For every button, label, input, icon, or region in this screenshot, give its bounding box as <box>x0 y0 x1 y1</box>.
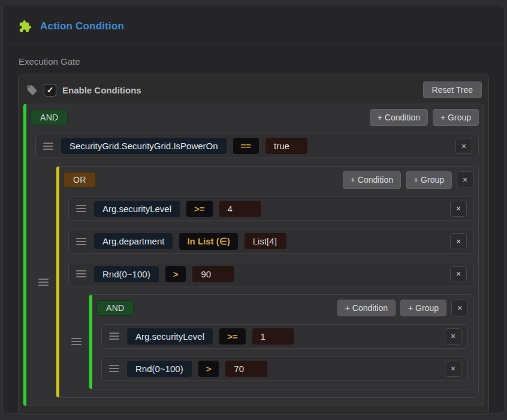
reset-tree-button[interactable]: Reset Tree <box>423 81 482 98</box>
group-handle-column <box>68 337 84 346</box>
condition-operator-dropdown[interactable]: > <box>198 361 219 377</box>
group-operator-badge[interactable]: OR <box>64 172 96 188</box>
tag-icon <box>26 84 38 96</box>
enable-conditions-label: Enable Conditions <box>62 85 141 95</box>
group-color-bar <box>56 167 59 397</box>
add-condition-button[interactable]: + Condition <box>370 109 428 126</box>
group-operator-badge[interactable]: AND <box>31 110 68 125</box>
section-label: Execution Gate <box>3 44 504 74</box>
condition-rhs-field[interactable]: 1 <box>252 328 294 345</box>
condition-rhs-field[interactable]: 70 <box>225 361 267 377</box>
condition-operator-dropdown[interactable]: >= <box>186 201 213 217</box>
group-row: AND + Condition + Group × <box>68 294 473 389</box>
group-color-bar <box>89 295 92 389</box>
remove-condition-button[interactable]: × <box>445 328 461 345</box>
remove-group-button[interactable]: × <box>451 300 468 316</box>
condition-group-root: AND + Condition + Group SecurityGrid.Sec… <box>23 104 484 406</box>
execution-gate-box: ✓ Enable Conditions Reset Tree AND + Con… <box>18 74 489 415</box>
drag-handle-icon[interactable] <box>70 337 83 346</box>
group-color-bar <box>23 104 26 406</box>
group-operator-badge[interactable]: AND <box>96 300 134 316</box>
remove-condition-button[interactable]: × <box>450 233 467 249</box>
group-children: Arg.securityLevel >= 1 × <box>89 316 473 389</box>
drag-handle-icon[interactable] <box>108 364 120 373</box>
add-group-button[interactable]: + Group <box>400 300 446 316</box>
remove-group-button[interactable]: × <box>457 171 473 188</box>
condition-operator-dropdown[interactable]: In List (∈) <box>179 233 237 250</box>
drag-handle-icon[interactable] <box>37 277 50 287</box>
condition-operator-dropdown[interactable]: > <box>165 266 186 282</box>
condition-rhs-field[interactable]: true <box>265 138 307 154</box>
check-icon: ✓ <box>47 86 54 94</box>
group-row: OR + Condition + Group × Arg.securityLev… <box>35 166 479 397</box>
group-header: AND + Condition + Group <box>23 104 484 126</box>
add-condition-button[interactable]: + Condition <box>337 300 396 316</box>
condition-lhs-field[interactable]: Arg.securityLevel <box>94 201 180 217</box>
group-header: AND + Condition + Group × <box>89 295 473 316</box>
drag-handle-icon[interactable] <box>75 204 87 213</box>
component-title: Action Condition <box>40 20 124 32</box>
add-condition-button[interactable]: + Condition <box>343 171 401 188</box>
group-children: SecurityGrid.SecurityGrid.IsPowerOn == t… <box>23 126 484 405</box>
condition-rhs-field[interactable]: List[4] <box>245 233 286 249</box>
drag-handle-icon[interactable] <box>42 141 55 151</box>
condition-lhs-field[interactable]: Arg.securityLevel <box>127 328 213 345</box>
group-children: Arg.securityLevel >= 4 × Arg.department … <box>56 189 478 397</box>
condition-lhs-field[interactable]: Arg.department <box>94 233 173 249</box>
condition-row: Rnd(0~100) > 70 × <box>101 356 468 381</box>
remove-condition-button[interactable]: × <box>445 361 461 377</box>
condition-lhs-field[interactable]: Rnd(0~100) <box>127 361 192 377</box>
add-group-button[interactable]: + Group <box>433 109 479 126</box>
group-handle-column <box>35 277 52 287</box>
condition-rhs-field[interactable]: 90 <box>192 266 234 282</box>
remove-condition-button[interactable]: × <box>450 266 467 282</box>
condition-row: Arg.department In List (∈) List[4] × <box>68 229 473 254</box>
gate-header: ✓ Enable Conditions Reset Tree <box>23 78 484 104</box>
inspector-panel: Action Condition Execution Gate ✓ Enable… <box>2 5 505 414</box>
condition-row: Arg.securityLevel >= 1 × <box>101 324 468 349</box>
condition-row: Arg.securityLevel >= 4 × <box>68 197 473 221</box>
condition-rhs-field[interactable]: 4 <box>219 201 261 217</box>
drag-handle-icon[interactable] <box>75 237 87 246</box>
component-header: Action Condition <box>3 5 504 44</box>
add-group-button[interactable]: + Group <box>406 171 452 188</box>
condition-lhs-field[interactable]: Rnd(0~100) <box>94 266 159 282</box>
enable-conditions-checkbox[interactable]: ✓ <box>44 84 56 96</box>
condition-group-nested-and: AND + Condition + Group × <box>89 294 473 389</box>
drag-handle-icon[interactable] <box>108 331 120 341</box>
condition-row: SecurityGrid.SecurityGrid.IsPowerOn == t… <box>35 134 479 158</box>
condition-operator-dropdown[interactable]: == <box>233 138 259 154</box>
condition-operator-dropdown[interactable]: >= <box>219 328 246 345</box>
drag-handle-icon[interactable] <box>75 269 87 279</box>
condition-row: Rnd(0~100) > 90 × <box>68 262 473 286</box>
group-header: OR + Condition + Group × <box>56 167 478 188</box>
remove-condition-button[interactable]: × <box>450 201 467 217</box>
remove-condition-button[interactable]: × <box>455 138 472 154</box>
condition-lhs-field[interactable]: SecurityGrid.SecurityGrid.IsPowerOn <box>61 138 227 154</box>
condition-group-or: OR + Condition + Group × Arg.securityLev… <box>56 166 479 397</box>
puzzle-icon <box>19 20 32 33</box>
